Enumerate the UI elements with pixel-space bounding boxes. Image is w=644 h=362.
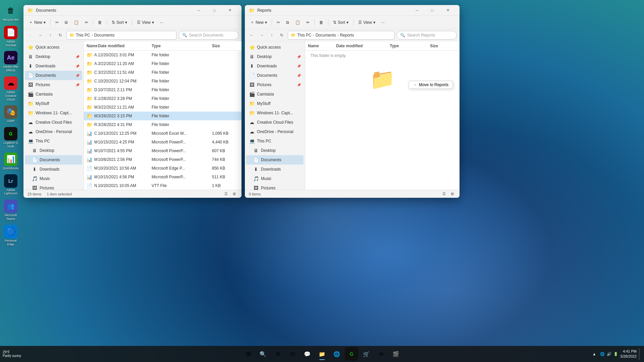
taskbar-chat-button[interactable]: 💬	[301, 347, 314, 361]
sidebar-item-desktop2[interactable]: 🖥 Desktop	[25, 146, 82, 155]
reports-sidebar-onedrive[interactable]: ☁ OneDrive - Personal	[246, 127, 304, 136]
file-row[interactable]: 📊 Modern Comments-Local copy.pptx 10/15/…	[84, 138, 241, 146]
sidebar-quick-access[interactable]: ⭐ Quick access	[25, 43, 82, 52]
reports-close-button[interactable]: ✕	[440, 5, 455, 16]
sidebar-item-pictures[interactable]: 🖼 Pictures 📌	[25, 80, 82, 89]
col-date[interactable]: Date modified	[98, 44, 152, 48]
desktop-app-acrobat[interactable]: 📄 Adobe Acrobat	[1, 24, 20, 49]
reports-sidebar-downloads2[interactable]: ⬇ Downloads	[246, 165, 304, 174]
col-name[interactable]: Name	[308, 44, 336, 48]
reports-rename-button[interactable]: ✏	[304, 17, 312, 27]
file-row[interactable]: 📁 Adobe 12/20/2021 3:01 PM File folder	[84, 51, 241, 59]
file-row[interactable]: 📁 MyStuff 3/28/2022 3:15 PM File folder	[84, 112, 241, 120]
col-type[interactable]: Type	[152, 44, 212, 48]
reports-sidebar-mystuff[interactable]: 📁 MyStuff	[246, 99, 304, 108]
sidebar-item-this-pc[interactable]: 💻 This PC	[25, 136, 82, 146]
documents-minimize-button[interactable]: ─	[191, 5, 207, 16]
desktop-app-teams[interactable]: 👥 Microsoft Teams	[1, 198, 20, 222]
documents-new-button[interactable]: ＋ New ▾	[26, 17, 48, 27]
file-row[interactable]: 📄 NewPresentationVideo.vtt 10/20/2021 10…	[84, 181, 241, 190]
reports-up-button[interactable]: ↑	[268, 31, 276, 39]
documents-forward-button[interactable]: →	[36, 31, 44, 39]
reports-back-button[interactable]: ←	[248, 31, 256, 39]
reports-sidebar-desktop[interactable]: 🖥 Desktop 📌	[246, 52, 304, 61]
chevron-up-icon[interactable]: ▲	[592, 352, 596, 356]
sidebar-item-camtasia[interactable]: 🎬 Camtasia	[25, 89, 82, 99]
taskbar-volume-icon[interactable]: 🔊	[607, 352, 611, 356]
reports-address-path[interactable]: 📁 This PC › Documents › Reports	[288, 31, 394, 40]
taskbar-edge-button[interactable]: 🌐	[330, 347, 343, 361]
taskbar-task-view-button[interactable]: ⧉	[271, 347, 284, 361]
documents-view-button[interactable]: ☰ View ▾	[134, 17, 157, 27]
reports-sidebar-music[interactable]: 🎵 Music	[246, 174, 304, 183]
sidebar-item-desktop[interactable]: 🖥 Desktop 📌	[25, 52, 82, 61]
file-row[interactable]: 📊 My New Presentation- Backup Copy.pptx …	[84, 146, 241, 155]
desktop-app-lightroom[interactable]: Lr Adobe Lightroom	[1, 173, 20, 197]
reports-search-box[interactable]: 🔍 Search Reports	[396, 31, 457, 40]
reports-sidebar-camtasia[interactable]: 🎬 Camtasia	[246, 89, 304, 99]
documents-cut-button[interactable]: ✂	[53, 17, 61, 27]
reports-sort-button[interactable]: ⇅ Sort ▾	[330, 17, 351, 27]
taskbar-widgets-button[interactable]: 🗃	[286, 347, 299, 361]
system-tray[interactable]: ▲	[590, 352, 598, 356]
taskbar-clock[interactable]: 4:41 PM 3/28/2022	[620, 349, 637, 359]
taskbar-file-explorer-button[interactable]: 📁	[315, 347, 329, 361]
file-row[interactable]: 📁 Dell 10/7/2021 2:11 PM File folder	[84, 85, 241, 94]
taskbar-show-desktop-button[interactable]	[639, 348, 640, 360]
reports-more-button[interactable]: ···	[379, 17, 387, 27]
documents-refresh-button[interactable]: ↻	[56, 31, 64, 39]
sidebar-item-downloads[interactable]: ⬇ Downloads 📌	[25, 61, 82, 71]
desktop-app-logitech[interactable]: G Logitech G HUB	[1, 126, 20, 150]
taskbar-store-button[interactable]: 🛒	[360, 347, 373, 361]
col-size[interactable]: Size	[430, 44, 457, 48]
reports-copy-button[interactable]: ⧉	[283, 17, 292, 27]
documents-more-button[interactable]: ···	[157, 17, 166, 27]
file-row[interactable]: 📁 Reports 3/28/2022 4:31 PM File folder	[84, 120, 241, 129]
sidebar-item-downloads2[interactable]: ⬇ Downloads	[25, 165, 82, 174]
col-date[interactable]: Date modified	[336, 44, 390, 48]
file-row[interactable]: 📁 Adobe Captivate Cached Projects 3/22/2…	[84, 59, 241, 68]
documents-close-button[interactable]: ✕	[222, 5, 237, 16]
documents-copy-button[interactable]: ⧉	[62, 17, 70, 27]
reports-sidebar-this-pc[interactable]: 💻 This PC	[246, 136, 304, 146]
reports-grid-view-toggle[interactable]: ⊞	[449, 191, 455, 197]
sidebar-item-cc-files[interactable]: ☁ Creative Cloud Files	[25, 118, 82, 127]
sidebar-item-pictures2[interactable]: 🖼 Pictures	[25, 183, 82, 190]
reports-forward-button[interactable]: →	[258, 31, 266, 39]
reports-sidebar-pictures[interactable]: 🖼 Pictures 📌	[246, 80, 304, 89]
documents-up-button[interactable]: ↑	[46, 31, 54, 39]
reports-sidebar-pictures2[interactable]: 🖼 Pictures	[246, 183, 304, 190]
col-type[interactable]: Type	[390, 44, 430, 48]
desktop-app-personal-edge[interactable]: 🔵 Personal Edge	[1, 224, 20, 248]
desktop-app-recycle-bin[interactable]: 🗑 Recycle Bin	[1, 3, 20, 23]
file-row[interactable]: 📄 My New Presentation- PDF Copy.pdf 10/2…	[84, 164, 241, 173]
file-row[interactable]: 📊 My New Presentation- Local Copy.pptx 1…	[84, 155, 241, 164]
taskbar-logitech-button[interactable]: G	[345, 347, 358, 361]
desktop-app-quickbooks[interactable]: 📊 QuickBooks	[1, 151, 20, 172]
reports-sidebar-quick-access[interactable]: ⭐ Quick access	[246, 43, 304, 52]
documents-sort-button[interactable]: ⇅ Sort ▾	[109, 17, 130, 27]
reports-minimize-button[interactable]: ─	[409, 5, 425, 16]
sidebar-item-music[interactable]: 🎵 Music	[25, 174, 82, 183]
col-name[interactable]: Name	[87, 44, 98, 48]
documents-address-path[interactable]: 📁 This PC › Documents	[66, 31, 176, 40]
documents-search-box[interactable]: 🔍 Search Documents	[178, 31, 239, 40]
reports-sidebar-win11[interactable]: 📁 Windows 11- Capt...	[246, 108, 304, 118]
file-row[interactable]: 📁 My Adobe Captivate Projects 3/22/2022 …	[84, 103, 241, 112]
desktop-app-cc[interactable]: ☁ Adobe Creative Cloud	[1, 75, 20, 103]
file-row[interactable]: 📊 My Sample Presentation- Local copy.ppt…	[84, 173, 241, 181]
reports-sidebar-desktop2[interactable]: 🖥 Desktop	[246, 146, 304, 155]
file-row[interactable]: 📁 Camtasia 3/22/2022 11:51 AM File folde…	[84, 68, 241, 77]
taskbar-camtasia-button[interactable]: 🎬	[389, 347, 402, 361]
reports-sidebar-documents[interactable]: 📄 Documents 📌	[246, 71, 304, 80]
documents-rename-button[interactable]: ✏	[82, 17, 91, 27]
file-row[interactable]: 📊 Custom 3D Map.xlsx 10/13/2021 12:25 PM…	[84, 129, 241, 138]
taskbar-start-button[interactable]: ⊞	[241, 347, 255, 361]
col-size[interactable]: Size	[212, 44, 239, 48]
sidebar-item-documents[interactable]: 📄 Documents 📌	[25, 71, 82, 80]
reports-list-view-toggle[interactable]: ☰	[441, 191, 447, 197]
reports-sidebar-documents2[interactable]: 📄 Documents	[246, 155, 304, 165]
file-row[interactable]: 📁 Custom Office Templates 10/20/2021 12:…	[84, 77, 241, 85]
documents-maximize-button[interactable]: □	[207, 5, 222, 16]
desktop-app-ae[interactable]: Ae Adobe After Effects	[1, 50, 20, 74]
